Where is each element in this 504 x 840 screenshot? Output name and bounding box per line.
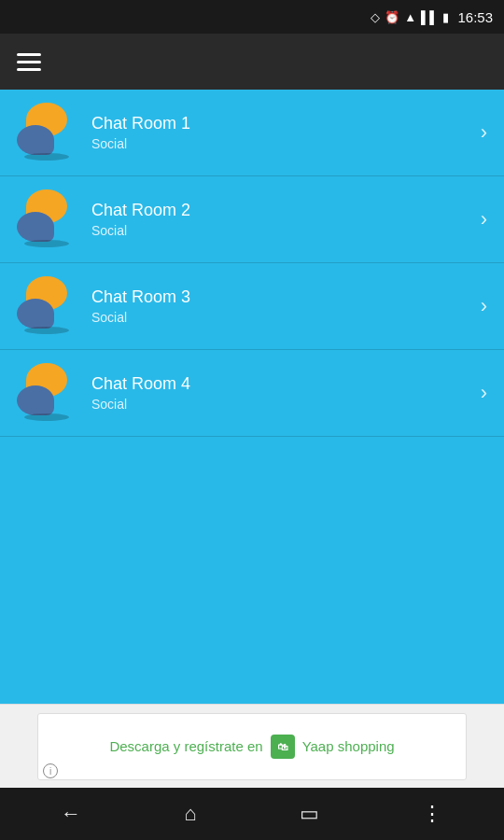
ad-brand: Yaap shopping — [302, 738, 395, 754]
ad-description: Descarga y regístrate en — [109, 738, 262, 754]
chat-room-item-1[interactable]: Chat Room 1 Social › — [0, 90, 504, 176]
ad-text: Descarga y regístrate en 🛍 Yaap shopping — [109, 735, 394, 759]
chat-info-3: Chat Room 3 Social — [91, 287, 473, 325]
bubble-blue-icon — [17, 385, 54, 415]
chat-title-2: Chat Room 2 — [91, 201, 473, 220]
chat-subtitle-1: Social — [91, 136, 473, 151]
recents-button[interactable]: ▭ — [300, 802, 319, 826]
chat-room-item-3[interactable]: Chat Room 3 Social › — [0, 263, 504, 350]
chat-subtitle-4: Social — [91, 397, 473, 412]
chat-title-1: Chat Room 1 — [91, 114, 473, 133]
status-bar: ◇ ⏰ ▲ ▌▌ ▮ 16:53 — [0, 0, 504, 34]
chat-title-3: Chat Room 3 — [91, 287, 473, 307]
chevron-right-icon-2: › — [481, 207, 487, 231]
yaap-logo-icon: 🛍 — [271, 735, 295, 759]
wifi-icon: ▲ — [404, 10, 416, 24]
chevron-right-icon-4: › — [481, 381, 487, 405]
nav-bar: ← ⌂ ▭ ⋮ — [0, 788, 504, 840]
chat-title-4: Chat Room 4 — [91, 374, 473, 394]
ad-content[interactable]: Descarga y regístrate en 🛍 Yaap shopping — [37, 713, 467, 780]
sim-icon: ◇ — [371, 10, 380, 24]
bubble-shadow — [24, 327, 69, 334]
chat-info-1: Chat Room 1 Social — [91, 114, 473, 151]
home-button[interactable]: ⌂ — [184, 802, 196, 826]
chat-room-item-2[interactable]: Chat Room 2 Social › — [0, 176, 504, 263]
status-icons: ◇ ⏰ ▲ ▌▌ ▮ 16:53 — [371, 9, 493, 25]
battery-icon: ▮ — [442, 10, 449, 24]
chat-avatar-2 — [17, 189, 77, 249]
chat-subtitle-2: Social — [91, 223, 473, 238]
status-time: 16:53 — [457, 9, 493, 25]
chat-subtitle-3: Social — [91, 310, 473, 325]
chevron-right-icon-3: › — [481, 294, 487, 318]
chat-list: Chat Room 1 Social › Chat Room 2 Social … — [0, 90, 504, 437]
bubble-shadow — [24, 153, 69, 161]
chat-avatar-1 — [17, 103, 77, 162]
menu-button[interactable] — [17, 53, 41, 71]
more-button[interactable]: ⋮ — [422, 802, 443, 826]
chevron-right-icon-1: › — [481, 120, 487, 145]
bubble-shadow — [24, 413, 69, 421]
back-button[interactable]: ← — [61, 802, 81, 826]
bubble-shadow — [24, 240, 69, 247]
bubble-blue-icon — [17, 299, 54, 329]
chat-avatar-3 — [17, 276, 77, 336]
alarm-icon: ⏰ — [385, 10, 399, 24]
chat-room-item-4[interactable]: Chat Room 4 Social › — [0, 350, 504, 437]
app-bar — [0, 34, 504, 90]
bubble-blue-icon — [17, 212, 54, 242]
chat-info-4: Chat Room 4 Social — [91, 374, 473, 412]
chat-avatar-4 — [17, 363, 77, 423]
main-content: Chat Room 1 Social › Chat Room 2 Social … — [0, 90, 504, 704]
signal-icon: ▌▌ — [421, 10, 438, 24]
chat-info-2: Chat Room 2 Social — [91, 201, 473, 238]
ad-banner: Descarga y regístrate en 🛍 Yaap shopping… — [0, 704, 504, 788]
ad-info-icon[interactable]: i — [43, 763, 58, 778]
bubble-blue-icon — [17, 125, 54, 155]
